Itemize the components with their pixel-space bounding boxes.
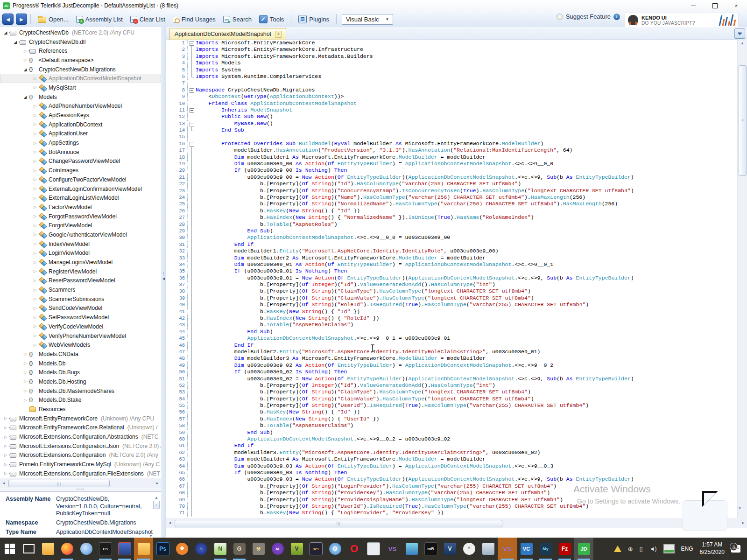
code-line[interactable]: 45 ApplicationDbContextModelSnapshot.<>c… [166, 335, 738, 342]
scroll-right-icon[interactable]: ► [154, 481, 161, 485]
code-line[interactable]: 17 modelBuilder.HasAnnotation("ProductVe… [166, 147, 738, 154]
code-line[interactable]: 2Imports Microsoft.EntityFrameworkCore.I… [166, 46, 738, 53]
editor-horizontal-scrollbar[interactable]: ◄ ||| ► [166, 518, 747, 528]
tree-item-coinimages[interactable]: ▷CoinImages [0, 166, 161, 175]
tree-item-models-db-masternodeshares[interactable]: ▷{}Models.Db.MasternodeShares [0, 386, 161, 396]
taskbar-klite-icon[interactable]: 321 [306, 538, 325, 560]
code-line[interactable]: 56 b.HasKey(New String() { "Id" }) [166, 409, 738, 415]
fold-collapse-icon[interactable] [188, 87, 196, 93]
tree-item-scammers[interactable]: ▷Scammers [0, 285, 161, 294]
taskbar-icon-tools-icon[interactable]: ⚒ [249, 538, 268, 560]
code-line[interactable]: 71 b.HasKey(New String() { "LoginProvide… [166, 510, 738, 516]
taskbar-vscode-icon[interactable]: VC [517, 538, 536, 560]
expand-icon[interactable]: ▷ [31, 224, 39, 228]
code-line[interactable]: 44 End Sub) [166, 329, 738, 335]
tree-item-models-db-bugs[interactable]: ▷{}Models.Db.Bugs [0, 368, 161, 377]
tree-item-configuretwofactorviewmodel[interactable]: ▷ConfigureTwoFactorViewModel [0, 175, 161, 184]
tree-item-verifycodeviewmodel[interactable]: ▷VerifyCodeViewModel [0, 322, 161, 331]
code-line[interactable]: 8Namespace CryptoChestNewDb.Migrations [166, 87, 738, 93]
code-line[interactable]: 9 <DbContext(GetType(ApplicationDbContex… [166, 93, 738, 100]
taskbar-firefox-icon[interactable] [57, 538, 77, 560]
tree-item-microsoft-entityframeworkcore-relational[interactable]: ▷Microsoft.EntityFrameworkCore.Relationa… [0, 423, 161, 433]
tree-item-forgotpasswordviewmodel[interactable]: ▷ForgotPasswordViewModel [0, 212, 161, 221]
code-line[interactable]: 16 Protected Overrides Sub BuildModel(By… [166, 140, 738, 147]
taskbar-vmware-icon[interactable]: V [287, 538, 306, 560]
code-line[interactable]: 54 b.[Property](Of String)("ClaimValue")… [166, 396, 738, 402]
tab-list-dropdown-button[interactable]: ▬▼ [734, 28, 745, 39]
tree-item-applicationdbcontext[interactable]: ▷ApplicationDbContext [0, 120, 161, 129]
code-line[interactable]: 53 b.[Property](Of String)("ClaimType").… [166, 389, 738, 395]
tree-item-indexviewmodel[interactable]: ▷IndexViewModel [0, 239, 161, 249]
tree-item-models[interactable]: ◢{}Models [0, 92, 161, 102]
collapse-icon[interactable]: ◢ [21, 67, 29, 72]
code-line[interactable]: 39 b.[Property](Of String)("ClaimValue")… [166, 295, 738, 301]
code-line[interactable]: 46 End If [166, 342, 738, 349]
tree-item-models-db-stake[interactable]: ▷{}Models.Db.Stake [0, 396, 161, 405]
taskbar-task-view-icon[interactable] [19, 538, 38, 560]
code-line[interactable]: 26 b.HasKey(New String() { "Id" }) [166, 208, 738, 214]
tree-item-sendcodeviewmodel[interactable]: ▷SendCodeViewModel [0, 304, 161, 313]
tree-item-microsoft-entityframeworkcore[interactable]: ▷Microsoft.EntityFrameworkCore(Unknown) … [0, 414, 161, 423]
taskbar-justdecompile-icon[interactable]: JD [574, 538, 593, 560]
tree-item-cryptochestnewdb-migrations[interactable]: ◢{}CryptoChestNewDb.Migrations [0, 65, 161, 74]
code-line[interactable]: 58 b.ToTable("AspNetUserClaims") [166, 422, 738, 429]
expand-icon[interactable]: ▷ [31, 159, 39, 163]
expand-icon[interactable]: ▷ [31, 269, 39, 273]
collapse-icon[interactable]: ◢ [2, 30, 9, 35]
expand-icon[interactable]: ▷ [31, 214, 39, 218]
find-usages-button[interactable]: Find Usages [169, 14, 219, 25]
fold-collapse-icon[interactable] [188, 107, 196, 113]
expand-icon[interactable]: ▷ [2, 426, 9, 430]
clear-list-button[interactable]: − Clear List [127, 14, 169, 25]
minimize-button[interactable] [683, 0, 704, 11]
search-button[interactable]: Search [219, 14, 255, 25]
expand-icon[interactable]: ▷ [2, 444, 9, 448]
scroll-left-icon[interactable]: ◄ [0, 481, 7, 485]
taskbar-gimp-icon[interactable]: G [230, 538, 249, 560]
tree-item-appsettings[interactable]: ▷AppSettings [0, 138, 161, 147]
expand-icon[interactable]: ▷ [31, 104, 39, 108]
code-line[interactable]: 49 Dim u003cu003e9_02 As Action(Of Entit… [166, 362, 738, 369]
taskbar-visual-studio-icon[interactable]: VS [498, 538, 517, 560]
taskbar-box-app-icon[interactable] [479, 538, 498, 560]
collapse-icon[interactable]: ◢ [21, 95, 29, 99]
expand-icon[interactable]: ▷ [31, 343, 39, 347]
maximize-button[interactable] [704, 0, 726, 11]
code-line[interactable]: 24 b.[Property](Of String)("Name").HasCo… [166, 194, 738, 201]
fold-collapse-icon[interactable] [188, 40, 196, 46]
scroll-up-icon[interactable]: ▲ [738, 40, 747, 45]
code-line[interactable]: 1Imports Microsoft.EntityFrameworkCore [166, 40, 738, 46]
code-line[interactable]: 28 b.ToTable("AspNetRoles") [166, 221, 738, 228]
taskbar-notepad2-icon[interactable]: N [211, 538, 230, 560]
kendo-ad-banner[interactable]: KENDO UI DO YOU JAVASCRIPT? [625, 13, 739, 28]
language-indicator[interactable]: ENG [681, 546, 693, 552]
warning-icon[interactable] [614, 546, 621, 552]
collapse-icon[interactable]: ◢ [12, 40, 19, 44]
tree-item-addphonenumberviewmodel[interactable]: ▷AddPhoneNumberViewModel [0, 102, 161, 111]
code-line[interactable]: 4Imports Models [166, 60, 738, 66]
expand-icon[interactable]: ▷ [2, 416, 9, 420]
taskbar-search-app-icon[interactable] [77, 538, 96, 560]
expand-icon[interactable]: ▷ [31, 297, 39, 301]
tree-item-changepasswordviewmodel[interactable]: ▷ChangePasswordViewModel [0, 157, 161, 166]
tree-item-mysqlstart[interactable]: ▷MySqlStart [0, 83, 161, 92]
assembly-list-button[interactable]: + Assembly List [72, 14, 127, 25]
code-line[interactable]: 57 b.HasIndex(New String() { "UserId" }) [166, 416, 738, 422]
forward-button[interactable]: ▶ [16, 14, 27, 25]
expand-icon[interactable]: ▷ [31, 85, 39, 90]
expand-icon[interactable]: ▷ [2, 471, 9, 476]
expand-icon[interactable]: ▷ [21, 379, 29, 384]
tree-item-verifyphonenumberviewmodel[interactable]: ▷VerifyPhoneNumberViewModel [0, 331, 161, 341]
code-line[interactable]: 43 b.ToTable("AspNetRoleClaims") [166, 322, 738, 328]
code-line[interactable]: 48 Dim modelBuilder3 As Microsoft.Entity… [166, 355, 738, 362]
tree-item-applicationdbcontextmodelsnapshot[interactable]: ▷ApplicationDbContextModelSnapshot [0, 74, 161, 83]
expand-icon[interactable]: ▷ [31, 260, 39, 265]
scroll-up-icon[interactable]: ▲ [153, 496, 160, 500]
tree-item-resetpasswordviewmodel[interactable]: ▷ResetPasswordViewModel [0, 276, 161, 286]
tree-item-botannouce[interactable]: ▷BotAnnouce [0, 147, 161, 157]
type-name-value[interactable]: ApplicationDbContextModelSnapshot [56, 529, 147, 536]
code-line[interactable]: 15 [166, 133, 738, 140]
code-line[interactable]: 66 u003cu003e9_03 = New Action(Of Entity… [166, 476, 738, 483]
expand-icon[interactable]: ▷ [31, 196, 39, 200]
tree-item-setpasswordviewmodel[interactable]: ▷SetPasswordViewModel [0, 313, 161, 322]
